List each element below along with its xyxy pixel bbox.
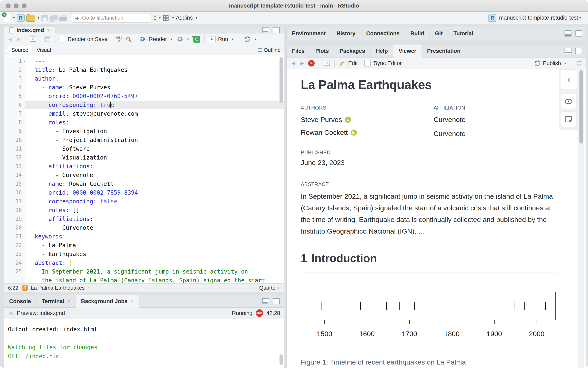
console-output[interactable]: Output created: index.htmlWatching files… [4,319,284,368]
code-line[interactable]: 6 corresponding: true [4,101,284,109]
code-line[interactable]: 11 - Software [4,144,284,153]
tab-git[interactable]: Git [430,27,448,40]
run-dropdown[interactable]: ▾ [232,37,234,41]
viewer-stop-icon[interactable]: × [308,60,315,66]
new-file-button[interactable]: + [4,14,10,22]
fold-caret-icon[interactable]: ▾ [23,57,26,66]
tab-console[interactable]: Console [4,295,37,307]
code-line[interactable]: 7 email: steve@curvenote.com [4,109,284,118]
maximize-console-icon[interactable] [273,298,280,304]
edit-button[interactable]: Edit [348,60,358,66]
tab-help[interactable]: Help [370,45,393,57]
code-editor[interactable]: 1▾---2title: La Palma Earthquakes3author… [4,55,284,283]
tab-files[interactable]: Files [287,45,310,57]
orcid-icon[interactable]: iD [351,129,357,136]
search-icon[interactable] [126,36,132,42]
addins-menu[interactable]: Addins [176,15,193,21]
code-line[interactable]: 16 orcid: 0000-0002-7859-8394 [4,188,284,197]
code-line[interactable]: 1▾--- [4,57,284,65]
maximize-workspace-icon[interactable] [575,30,582,37]
code-line[interactable]: 3author: [4,74,284,83]
visual-mode-button[interactable]: Visual [32,46,55,54]
render-dropdown[interactable]: ▾ [171,37,173,41]
outline-button[interactable]: Outline [257,47,281,53]
forward-icon[interactable]: ► [16,36,22,43]
code-line[interactable]: 15 - name: Rowan Cockett [4,180,284,188]
tab-history[interactable]: History [331,27,361,40]
tab-viewer[interactable]: Viewer [393,45,422,58]
maximize-viewer-icon[interactable] [575,48,582,54]
open-file-dropdown[interactable]: ▾ [38,16,40,20]
viewer-back-icon[interactable]: ◄ [290,60,296,67]
tab-packages[interactable]: Packages [334,45,371,57]
code-line[interactable]: 22 - La Palma [4,241,284,250]
minimize-console-icon[interactable] [262,298,269,304]
gear-icon[interactable] [177,36,184,42]
tab-background-jobs[interactable]: Background Jobs× [76,295,139,308]
code-line[interactable]: the island of La Palma (Canary Islands, … [4,276,284,283]
console-scrollbar[interactable] [279,354,283,365]
visibility-button[interactable] [561,94,576,109]
close-terminal-icon[interactable]: × [67,298,70,304]
new-file-dropdown[interactable]: ▾ [13,16,15,20]
insert-chunk-icon[interactable]: C [193,36,200,43]
back-icon[interactable]: ◄ [7,36,13,43]
save-button[interactable] [41,15,48,21]
tab-environment[interactable]: Environment [287,27,331,40]
goto-file-input[interactable]: Go to file/function [71,13,151,23]
document-mode-selector[interactable]: Quarto [259,285,276,291]
code-line[interactable]: 8 roles: [4,118,284,127]
minimize-viewer-icon[interactable] [565,48,571,54]
annotation-button[interactable] [561,111,576,127]
stop-job-button[interactable]: STOP [256,309,263,317]
render-on-save-checkbox[interactable] [59,36,65,42]
render-button[interactable]: Render [149,36,167,42]
job-back-icon[interactable]: ◄ [8,310,14,317]
code-line[interactable]: 10 - Project administration [4,136,284,144]
code-line[interactable]: 23 - Earthquakes [4,250,284,258]
code-line[interactable]: 19 affiliations: [4,215,284,223]
addins-dropdown[interactable]: ▾ [195,16,197,20]
close-tab-icon[interactable]: × [47,27,50,33]
viewer-popout-icon[interactable]: ↗ [324,61,330,66]
run-button[interactable]: Run [218,36,228,42]
code-line[interactable]: 2title: La Palma Earthquakes [4,65,284,74]
source-publish-icon[interactable] [244,36,251,43]
section-selector[interactable]: La Palma Earthquakes [31,285,85,291]
workspace-panes-dropdown[interactable]: ▾ [172,16,174,20]
viewer-content[interactable]: La Palma Earthquakes AUTHORS Steve Purve… [287,69,586,368]
code-line[interactable]: 13 affiliations: [4,162,284,171]
spellcheck-icon[interactable]: ABC✓ [116,36,123,42]
maximize-pane-icon[interactable] [273,27,280,33]
tab-build[interactable]: Build [405,27,430,40]
open-file-button[interactable] [26,14,35,22]
code-line[interactable]: 5 orcid: 0000-0002-0760-5497 [4,92,284,101]
project-dropdown[interactable]: ▾ [579,16,581,20]
minimize-pane-icon[interactable] [262,27,269,33]
publish-dropdown[interactable]: ▾ [564,61,566,65]
code-line[interactable]: 24abstract: | [4,258,284,267]
print-button[interactable] [59,15,67,21]
restore-workspace-icon[interactable] [565,30,571,37]
collapse-toc-button[interactable]: ‹ [560,69,577,89]
viewer-forward-icon[interactable]: ► [299,60,305,67]
version-control-button[interactable]: + − [154,15,156,21]
source-publish-dropdown[interactable]: ▾ [255,37,257,41]
code-line[interactable]: 14 - Curvenote [4,171,284,180]
workspace-panes-button[interactable] [163,15,169,21]
code-line[interactable]: 25 In September 2021, a significant jump… [4,267,284,276]
save-all-button[interactable] [50,14,58,22]
viewer-scrollbar-thumb[interactable] [579,70,583,144]
gear-dropdown[interactable]: ▾ [187,37,189,41]
popout-icon[interactable]: ↗ [30,37,36,42]
code-line[interactable]: 21keywords: [4,232,284,241]
code-line[interactable]: 18 roles: [] [4,206,284,215]
save-document-icon[interactable] [45,36,50,42]
refresh-icon[interactable] [576,60,582,67]
tab-terminal[interactable]: Terminal× [37,295,76,307]
orcid-icon[interactable]: iD [345,117,351,123]
tab-presentation[interactable]: Presentation [422,45,466,57]
source-mode-button[interactable]: Source [7,46,32,54]
version-control-dropdown[interactable]: ▾ [159,16,161,20]
code-line[interactable]: 12 - Visualization [4,153,284,162]
